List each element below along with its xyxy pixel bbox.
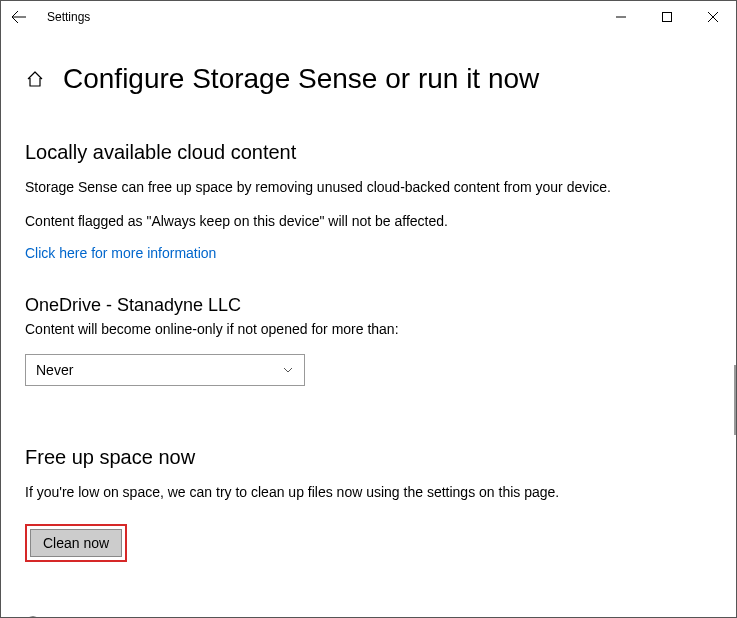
close-button[interactable] <box>690 1 736 33</box>
clean-now-button[interactable]: Clean now <box>30 529 122 557</box>
onedrive-description: Content will become online-only if not o… <box>25 320 712 340</box>
app-title: Settings <box>47 10 90 24</box>
highlight-box: Clean now <box>25 524 127 562</box>
freeup-description: If you're low on space, we can try to cl… <box>25 483 712 503</box>
more-info-link[interactable]: Click here for more information <box>25 245 216 261</box>
chevron-down-icon <box>282 364 294 376</box>
maximize-icon <box>662 12 672 22</box>
maximize-button[interactable] <box>644 1 690 33</box>
svg-rect-0 <box>663 13 672 22</box>
dropdown-selected-value: Never <box>36 362 73 378</box>
scrollbar[interactable] <box>734 365 736 435</box>
page-title: Configure Storage Sense or run it now <box>63 63 539 95</box>
back-arrow-icon <box>11 9 27 25</box>
back-button[interactable] <box>11 9 27 25</box>
minimize-button[interactable] <box>598 1 644 33</box>
onedrive-heading: OneDrive - Stanadyne LLC <box>25 295 712 316</box>
titlebar: Settings <box>1 1 736 33</box>
cloud-description-1: Storage Sense can free up space by remov… <box>25 178 712 198</box>
home-button[interactable] <box>25 69 45 89</box>
close-icon <box>708 12 718 22</box>
cloud-description-2: Content flagged as "Always keep on this … <box>25 212 712 232</box>
cloud-content-heading: Locally available cloud content <box>25 141 712 164</box>
onedrive-period-dropdown[interactable]: Never <box>25 354 305 386</box>
home-icon <box>26 70 44 88</box>
freeup-heading: Free up space now <box>25 446 712 469</box>
minimize-icon <box>616 12 626 22</box>
